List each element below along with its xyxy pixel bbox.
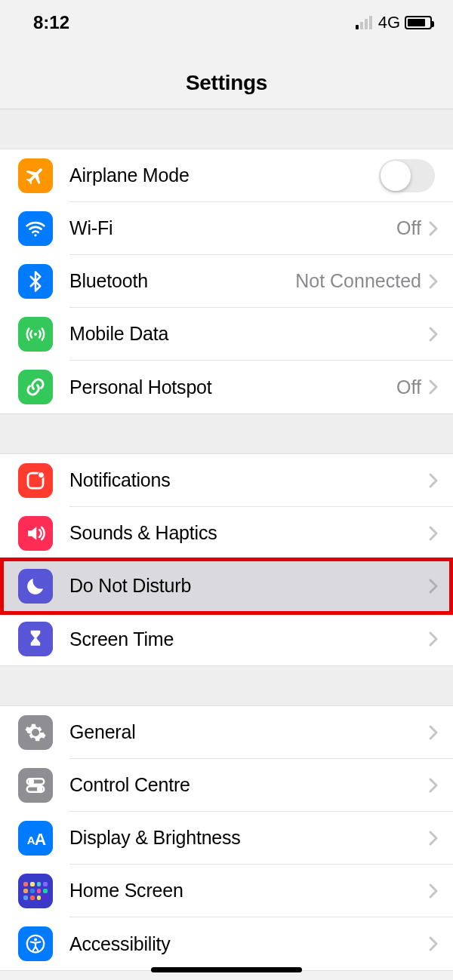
accessibility-icon bbox=[18, 926, 53, 961]
bluetooth-icon bbox=[18, 264, 53, 299]
status-right: 4G bbox=[356, 13, 432, 32]
row-label: Screen Time bbox=[69, 628, 429, 650]
row-control-centre[interactable]: Control Centre bbox=[0, 759, 453, 812]
row-notifications[interactable]: Notifications bbox=[0, 454, 453, 507]
row-label: Airplane Mode bbox=[69, 164, 379, 186]
gear-icon bbox=[18, 715, 53, 750]
wifi-icon bbox=[18, 211, 53, 246]
row-label: Accessibility bbox=[69, 933, 429, 955]
chevron-right-icon bbox=[429, 327, 438, 342]
link-icon bbox=[18, 370, 53, 404]
row-value: Off bbox=[396, 217, 421, 239]
chevron-right-icon bbox=[429, 579, 438, 594]
settings-group-general: General Control Centre AA Display & Brig… bbox=[0, 705, 453, 971]
chevron-right-icon bbox=[429, 725, 438, 740]
row-label: Sounds & Haptics bbox=[69, 522, 429, 544]
text-size-icon: AA bbox=[18, 821, 53, 856]
antenna-icon bbox=[18, 317, 53, 352]
row-home-screen[interactable]: Home Screen bbox=[0, 865, 453, 917]
row-value: Off bbox=[396, 376, 421, 398]
row-do-not-disturb[interactable]: Do Not Disturb bbox=[0, 560, 453, 613]
row-label: Notifications bbox=[69, 469, 429, 491]
chevron-right-icon bbox=[429, 526, 438, 541]
airplane-icon bbox=[18, 158, 53, 193]
row-sounds-haptics[interactable]: Sounds & Haptics bbox=[0, 507, 453, 560]
chevron-right-icon bbox=[429, 936, 438, 951]
svg-text:A: A bbox=[35, 831, 46, 849]
battery-icon bbox=[405, 16, 432, 29]
row-display-brightness[interactable]: AA Display & Brightness bbox=[0, 812, 453, 865]
row-airplane-mode[interactable]: Airplane Mode bbox=[0, 149, 453, 202]
status-time: 8:12 bbox=[33, 12, 69, 33]
airplane-switch[interactable] bbox=[379, 159, 435, 192]
row-wifi[interactable]: Wi-Fi Off bbox=[0, 202, 453, 255]
toggles-icon bbox=[18, 768, 53, 803]
row-value: Not Connected bbox=[295, 270, 421, 292]
chevron-right-icon bbox=[429, 631, 438, 647]
home-indicator[interactable] bbox=[0, 967, 453, 972]
row-label: Bluetooth bbox=[69, 270, 295, 292]
cellular-signal-icon bbox=[356, 16, 372, 29]
chevron-right-icon bbox=[429, 274, 438, 289]
row-bluetooth[interactable]: Bluetooth Not Connected bbox=[0, 255, 453, 308]
row-label: Display & Brightness bbox=[69, 827, 429, 849]
svg-point-7 bbox=[38, 788, 42, 791]
row-label: General bbox=[69, 721, 429, 743]
svg-point-0 bbox=[34, 234, 36, 236]
home-grid-icon bbox=[18, 874, 53, 908]
chevron-right-icon bbox=[429, 379, 438, 395]
network-type: 4G bbox=[378, 13, 400, 32]
row-accessibility[interactable]: Accessibility bbox=[0, 917, 453, 970]
row-label: Home Screen bbox=[69, 880, 429, 902]
svg-point-1 bbox=[34, 333, 37, 336]
chevron-right-icon bbox=[429, 473, 438, 488]
row-label: Control Centre bbox=[69, 774, 429, 796]
row-label: Personal Hotspot bbox=[69, 376, 396, 398]
settings-group-connectivity: Airplane Mode Wi-Fi Off Bluetooth Not Co… bbox=[0, 149, 453, 414]
moon-icon bbox=[18, 569, 53, 604]
speaker-icon bbox=[18, 516, 53, 551]
svg-point-3 bbox=[39, 472, 45, 478]
row-label: Do Not Disturb bbox=[69, 575, 429, 597]
svg-point-5 bbox=[29, 780, 33, 784]
row-mobile-data[interactable]: Mobile Data bbox=[0, 308, 453, 361]
settings-group-alerts: Notifications Sounds & Haptics Do Not Di… bbox=[0, 453, 453, 666]
row-label: Mobile Data bbox=[69, 323, 429, 345]
row-screen-time[interactable]: Screen Time bbox=[0, 613, 453, 665]
row-label: Wi-Fi bbox=[69, 217, 396, 239]
chevron-right-icon bbox=[429, 883, 438, 899]
status-bar: 8:12 4G bbox=[0, 0, 453, 35]
svg-point-11 bbox=[34, 938, 37, 941]
page-title: Settings bbox=[0, 71, 453, 95]
hourglass-icon bbox=[18, 622, 53, 656]
chevron-right-icon bbox=[429, 831, 438, 846]
row-personal-hotspot[interactable]: Personal Hotspot Off bbox=[0, 361, 453, 413]
chevron-right-icon bbox=[429, 778, 438, 793]
notification-icon bbox=[18, 463, 53, 498]
chevron-right-icon bbox=[429, 221, 438, 236]
row-general[interactable]: General bbox=[0, 706, 453, 759]
